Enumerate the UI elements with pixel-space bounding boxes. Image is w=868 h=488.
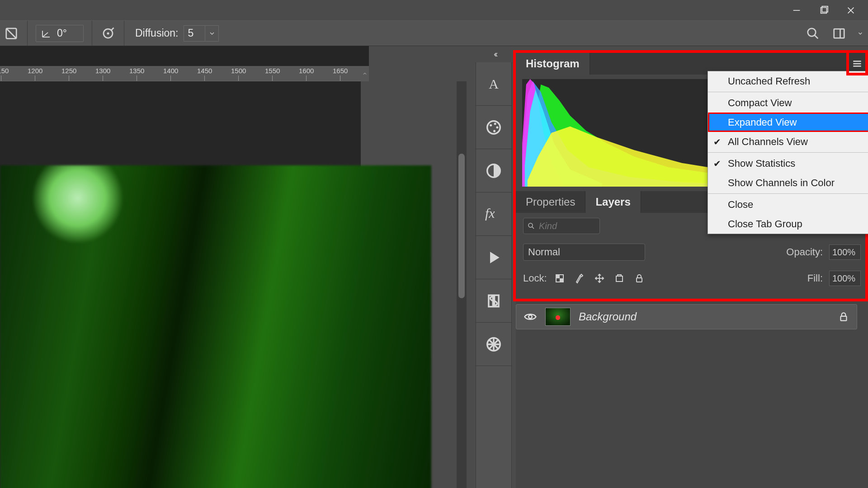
- svg-line-35: [532, 227, 534, 229]
- ruler-tick: 1600: [299, 66, 314, 81]
- svg-rect-50: [616, 276, 623, 282]
- svg-rect-12: [834, 29, 844, 38]
- search-icon: [527, 222, 535, 230]
- check-icon: ✔: [713, 158, 721, 169]
- diffusion-label: Diffusion:: [135, 27, 178, 39]
- layer-list: Background: [516, 301, 857, 329]
- svg-rect-54: [841, 316, 847, 321]
- swatches-panel-button[interactable]: [476, 106, 511, 149]
- histogram-panel-flyout-menu: Uncached Refresh Compact View Expanded V…: [708, 71, 868, 234]
- layer-thumbnail[interactable]: [545, 308, 571, 326]
- navigator-panel-button[interactable]: [476, 323, 511, 366]
- document-tab-strip: [0, 46, 369, 66]
- diffusion-input[interactable]: [184, 25, 205, 42]
- history-panel-button[interactable]: [476, 279, 511, 323]
- workspace-icon[interactable]: [830, 24, 848, 42]
- lock-position-icon[interactable]: [593, 272, 606, 285]
- workspace-chevron-icon[interactable]: [856, 24, 864, 42]
- ruler-tick: 1150: [0, 66, 9, 81]
- ruler-tick: 1250: [61, 66, 76, 81]
- opacity-label: Opacity:: [786, 246, 823, 258]
- fill-input[interactable]: [829, 271, 861, 286]
- svg-point-10: [808, 28, 816, 36]
- svg-rect-52: [637, 278, 642, 282]
- fill-label: Fill:: [807, 272, 823, 284]
- menu-item-compact-view[interactable]: Compact View: [708, 93, 868, 113]
- svg-point-8: [107, 32, 109, 34]
- ruler-scroll-up-button[interactable]: [361, 66, 369, 81]
- layer-filter-input[interactable]: [539, 221, 589, 231]
- canvas-vertical-scrollbar[interactable]: [457, 81, 467, 488]
- ruler-tick: 1300: [95, 66, 110, 81]
- ruler-tick: 1650: [333, 66, 348, 81]
- opacity-input[interactable]: [829, 244, 861, 260]
- layer-name[interactable]: Background: [579, 310, 637, 323]
- window-close-button[interactable]: [837, 0, 864, 20]
- svg-rect-45: [556, 275, 560, 278]
- lock-artboard-icon[interactable]: [613, 272, 626, 285]
- menu-item-expanded-view[interactable]: Expanded View: [708, 113, 868, 132]
- svg-point-16: [494, 122, 496, 125]
- ruler-tick: 1550: [265, 66, 280, 81]
- angle-input[interactable]: [57, 27, 79, 39]
- layer-lock-icon[interactable]: [838, 311, 849, 323]
- ruler-tick: 1450: [197, 66, 212, 81]
- svg-line-9: [111, 28, 113, 30]
- menu-item-all-channels-view[interactable]: ✔All Channels View: [708, 132, 868, 151]
- tab-layers[interactable]: Layers: [585, 191, 641, 213]
- svg-point-15: [490, 124, 492, 126]
- menu-separator: [708, 193, 868, 194]
- ruler-tick: 1500: [231, 66, 246, 81]
- svg-point-18: [493, 130, 495, 132]
- canvas-area[interactable]: [0, 81, 361, 488]
- actions-panel-button[interactable]: [476, 236, 511, 279]
- options-bar: Diffusion:: [0, 20, 868, 46]
- menu-separator: [708, 92, 868, 92]
- collapse-panels-button[interactable]: ‹‹: [494, 46, 496, 61]
- ruler-tick: 1200: [28, 66, 42, 81]
- sample-icon[interactable]: [4, 26, 19, 41]
- window-maximize-button[interactable]: [810, 0, 837, 20]
- scrollbar-thumb[interactable]: [458, 154, 465, 298]
- lock-pixels-icon[interactable]: [573, 272, 586, 285]
- layer-filter-search[interactable]: [523, 218, 600, 234]
- blend-mode-select[interactable]: Normal: [523, 244, 645, 261]
- menu-item-show-statistics[interactable]: ✔Show Statistics: [708, 154, 868, 173]
- svg-marker-20: [490, 252, 500, 263]
- svg-point-53: [528, 315, 532, 319]
- layers-panel: Properties Layers Normal Opacity: Lock:: [516, 191, 868, 488]
- ruler-tick: 1350: [129, 66, 144, 81]
- lock-all-icon[interactable]: [633, 272, 646, 285]
- menu-item-show-channels-in-color[interactable]: Show Channels in Color: [708, 173, 868, 192]
- target-icon[interactable]: [100, 26, 116, 41]
- search-icon[interactable]: [804, 24, 822, 42]
- svg-line-11: [815, 35, 818, 38]
- horizontal-ruler[interactable]: 1150120012501300135014001450150015501600…: [0, 66, 361, 81]
- lock-transparency-icon[interactable]: [553, 272, 566, 285]
- layer-row-background[interactable]: Background: [516, 304, 857, 329]
- svg-rect-51: [618, 275, 621, 276]
- svg-rect-46: [560, 278, 563, 282]
- check-icon: ✔: [713, 136, 721, 147]
- layer-visibility-toggle[interactable]: [524, 310, 537, 324]
- collapsed-panel-strip: A fx: [476, 62, 512, 488]
- styles-panel-button[interactable]: fx: [476, 192, 511, 236]
- menu-item-uncached-refresh[interactable]: Uncached Refresh: [708, 71, 868, 91]
- svg-point-17: [496, 126, 498, 128]
- menu-item-close[interactable]: Close: [708, 195, 868, 214]
- diffusion-dropdown-button[interactable]: [205, 25, 219, 42]
- tab-histogram[interactable]: Histogram: [516, 53, 590, 75]
- angle-icon: [41, 28, 52, 39]
- document-image: [0, 165, 431, 488]
- angle-field[interactable]: [36, 25, 84, 42]
- ruler-tick: 1400: [163, 66, 178, 81]
- window-minimize-button[interactable]: [783, 0, 810, 20]
- adjustments-panel-button[interactable]: [476, 149, 511, 192]
- character-panel-button[interactable]: A: [476, 62, 511, 106]
- menu-separator: [708, 152, 868, 153]
- window-titlebar: [0, 0, 868, 20]
- menu-item-close-tab-group[interactable]: Close Tab Group: [708, 214, 868, 234]
- svg-line-6: [6, 28, 17, 38]
- tab-properties[interactable]: Properties: [516, 191, 585, 213]
- lock-label: Lock:: [523, 272, 547, 284]
